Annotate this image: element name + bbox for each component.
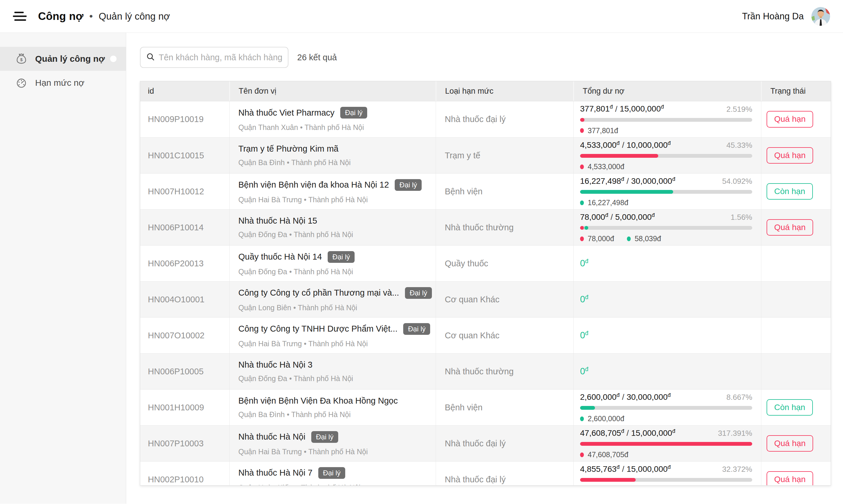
legend-item: 47,608,705đ — [580, 450, 628, 459]
cell-id: HN002P10010 — [140, 462, 229, 486]
table-row[interactable]: HN006P10014 Nhà thuốc Hà Nội 15 Quận Đốn… — [140, 209, 831, 245]
cell-id: HN009P10019 — [140, 101, 229, 137]
legend-dot — [580, 200, 584, 205]
legend-dot — [580, 128, 584, 133]
unit-location: Quận Hoàn Kiếm • Thành phố Hà Nội — [238, 484, 436, 486]
status-badge: Quá hạn — [767, 471, 813, 486]
cell-status — [761, 246, 831, 281]
legend-item: 58,039đ — [627, 234, 661, 243]
table-row[interactable]: HN009P10019 Nhà thuốc Viet Pharmacy Đại … — [140, 101, 831, 137]
money-bag-icon: $ — [15, 53, 28, 65]
cell-status — [761, 282, 831, 317]
svg-text:$: $ — [20, 57, 22, 62]
unit-name: Công ty Công ty cổ phần Thương mại và... — [238, 288, 399, 298]
cell-unit: Bệnh viện Bệnh Viện Đa Khoa Hồng Ngọc Qu… — [229, 390, 436, 425]
unit-name: Bệnh viện Bệnh Viện Đa Khoa Hồng Ngọc — [238, 396, 398, 406]
debt-percent: 8.667% — [726, 393, 752, 402]
legend-item: 2,600,000đ — [580, 414, 624, 423]
gauge-icon — [15, 77, 28, 89]
legend-value: 2,600,000đ — [588, 414, 624, 423]
unit-name: Bệnh viện Bệnh viện đa khoa Hà Nội 12 — [238, 180, 389, 190]
debt-amounts: 47,608,705đ/15,000,000đ — [580, 428, 675, 438]
legend-value: 377,801đ — [588, 126, 618, 135]
debt-amounts: 78,000đ/5,000,000đ — [580, 212, 655, 222]
legend-value: 78,000đ — [588, 234, 614, 243]
table-row[interactable]: HN006P20013 Quầy thuốc Hà Nội 14 Đại lý … — [140, 245, 831, 281]
cell-limit-type: Trạm y tế — [436, 138, 573, 173]
breadcrumb-separator: • — [89, 11, 93, 22]
cell-unit: Nhà thuốc Hà Nội 3 Quận Đống Đa • Thành … — [229, 354, 436, 389]
avatar[interactable] — [811, 7, 830, 26]
search-box[interactable] — [140, 47, 288, 68]
unit-location: Quận Hai Bà Trưng • Thành phố Hà Nội — [238, 196, 436, 204]
unit-name: Quầy thuốc Hà Nội 14 — [238, 252, 322, 262]
debt-percent: 2.519% — [726, 105, 752, 114]
zero-amount: 0đ — [580, 258, 752, 269]
cell-unit: Nhà thuốc Hà Nội 15 Quận Đống Đa • Thành… — [229, 210, 436, 245]
debt-legend: 16,227,498đ — [580, 198, 752, 207]
debt-cell: 0đ — [573, 318, 761, 353]
cell-unit: Công ty Công ty cổ phần Thương mại và...… — [229, 282, 436, 317]
cell-status: Quá hạn — [761, 426, 831, 461]
legend-item: 4,533,000đ — [580, 162, 624, 171]
cell-status: Còn hạn — [761, 390, 831, 425]
unit-location: Quận Long Biên • Thành phố Hà Nội — [238, 304, 436, 312]
dealer-badge: Đại lý — [403, 323, 430, 335]
debt-legend: 78,000đ58,039đ — [580, 234, 752, 243]
sidebar-item-label: Hạn mức nợ — [35, 78, 84, 88]
cell-limit-type: Nhà thuốc đại lý — [436, 426, 573, 461]
dealer-badge: Đại lý — [405, 287, 432, 299]
debt-progress-bar — [580, 226, 752, 230]
debt-percent: 32.372% — [722, 465, 752, 474]
cell-unit: Nhà thuốc Hà Nội Đại lý Quận Hai Bà Trưn… — [229, 426, 436, 461]
status-badge: Còn hạn — [767, 399, 813, 416]
legend-dot — [580, 236, 584, 241]
cell-id: HN006P10005 — [140, 354, 229, 389]
debt-amounts: 16,227,498đ/30,000,000đ — [580, 176, 675, 186]
debt-cell: 4,533,000đ/10,000,000đ 45.33% 4,533,000đ — [573, 138, 761, 173]
debt-cell: 377,801đ/15,000,000đ 2.519% 377,801đ — [573, 101, 761, 137]
table-row[interactable]: HN002P10010 Nhà thuốc Hà Nội 7 Đại lý Qu… — [140, 461, 831, 486]
debt-legend: 377,801đ — [580, 126, 752, 135]
legend-value: 16,227,498đ — [588, 198, 628, 207]
debt-cell: 0đ — [573, 246, 761, 281]
table-row[interactable]: HN007H10012 Bệnh viện Bệnh viện đa khoa … — [140, 173, 831, 209]
table-row[interactable]: HN007O10002 Công ty Công ty TNHH Dược Ph… — [140, 317, 831, 353]
table-row[interactable]: HN007P10003 Nhà thuốc Hà Nội Đại lý Quận… — [140, 425, 831, 461]
debt-amounts: 4,533,000đ/10,000,000đ — [580, 140, 671, 150]
cell-id: HN004O10001 — [140, 282, 229, 317]
dealer-badge: Đại lý — [318, 467, 345, 479]
cell-unit: Nhà thuốc Viet Pharmacy Đại lý Quận Than… — [229, 101, 436, 137]
table-row[interactable]: HN001C10015 Trạm y tế Phường Kim mã Quận… — [140, 137, 831, 173]
debt-progress-bar — [580, 406, 752, 410]
status-badge: Còn hạn — [767, 183, 813, 200]
cell-unit: Nhà thuốc Hà Nội 7 Đại lý Quận Hoàn Kiếm… — [229, 462, 436, 486]
debt-progress-bar — [580, 442, 752, 446]
unit-location: Quận Thanh Xuân • Thành phố Hà Nội — [238, 123, 436, 132]
search-input[interactable] — [159, 53, 283, 62]
cell-unit: Công ty Công ty TNHH Dược Phẩm Việt... Đ… — [229, 318, 436, 353]
unit-location: Quận Đống Đa • Thành phố Hà Nội — [238, 268, 436, 276]
debt-progress-bar — [580, 478, 752, 482]
debt-legend: 47,608,705đ — [580, 450, 752, 459]
unit-location: Quận Đống Đa • Thành phố Hà Nội — [238, 374, 436, 383]
sidebar-item-quan-ly-cong-no[interactable]: $ Quản lý công nợ — [0, 47, 126, 71]
menu-icon[interactable] — [13, 12, 27, 21]
table-row[interactable]: HN001H10009 Bệnh viện Bệnh Viện Đa Khoa … — [140, 389, 831, 425]
zero-amount: 0đ — [580, 294, 752, 305]
debt-amounts: 377,801đ/15,000,000đ — [580, 104, 664, 113]
table-row[interactable]: HN004O10001 Công ty Công ty cổ phần Thươ… — [140, 281, 831, 317]
legend-value: 4,533,000đ — [588, 162, 624, 171]
cell-limit-type: Cơ quan Khác — [436, 282, 573, 317]
table-row[interactable]: HN006P10005 Nhà thuốc Hà Nội 3 Quận Đống… — [140, 353, 831, 389]
sidebar-item-han-muc-no[interactable]: Hạn mức nợ — [0, 71, 126, 95]
legend-value: 58,039đ — [634, 234, 661, 243]
unit-location: Quận Ba Đình • Thành phố Hà Nội — [238, 410, 436, 419]
cell-status: Quá hạn — [761, 138, 831, 173]
results-count: 26 kết quả — [297, 53, 337, 62]
debt-percent: 1.56% — [731, 213, 752, 222]
cell-unit: Trạm y tế Phường Kim mã Quận Ba Đình • T… — [229, 138, 436, 173]
status-badge: Quá hạn — [767, 219, 813, 236]
cell-unit: Quầy thuốc Hà Nội 14 Đại lý Quận Đống Đa… — [229, 246, 436, 281]
search-icon — [146, 52, 155, 62]
